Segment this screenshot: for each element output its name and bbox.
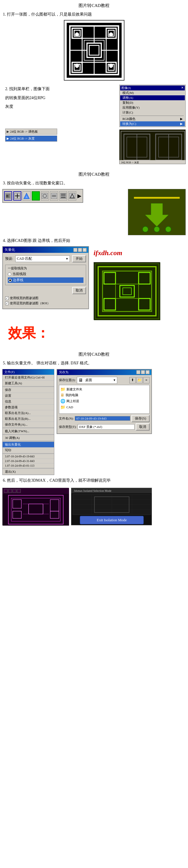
step1-tribal-image <box>64 20 124 81</box>
file-item-1[interactable]: 📁 新建文件夹 <box>60 386 148 393</box>
lm-item-recent1[interactable]: 3.07-10-24-09-43-19-843 <box>3 454 54 459</box>
save-min-btn[interactable]: _ <box>136 370 140 374</box>
page-container: 图片转CAD教程 1. 打开一张图，什么图都可以，只是最后效果问题 <box>0 0 188 868</box>
filename-row: 文件名(N): 07-10-24-09-43-19-843 保存(S) <box>59 415 150 422</box>
lm-item-1[interactable]: 新建工具(A) <box>3 380 54 386</box>
lm-item-set[interactable]: 设置 <box>3 393 54 399</box>
dialog-titlebar: 矢量化 _ □ ✕ <box>3 247 88 253</box>
dialog-controls: _ □ ✕ <box>73 248 87 252</box>
cancel-button[interactable]: 取消 <box>72 287 86 294</box>
filename-label: 文件名(N): <box>59 416 74 421</box>
lm-item-save[interactable]: 保存 <box>3 387 54 393</box>
step1-image-container <box>0 19 188 82</box>
save-in-row: 保存位置(I): 🖥 桌面 ▼ ⬆ 📁 ≡ <box>59 377 150 384</box>
filetype-dropdown[interactable]: DXF 景象 (*.dxf) <box>78 424 134 430</box>
submenu-convert[interactable]: 转换为(C) ▶ <box>120 121 185 126</box>
menu-item-copy[interactable]: 复制(D) <box>120 100 185 105</box>
lm-item-param[interactable]: 参数选项 <box>3 405 54 410</box>
save-max-btn[interactable]: □ <box>141 370 145 374</box>
save-view-btn[interactable]: ≡ <box>143 377 150 383</box>
svg-point-54 <box>154 226 160 232</box>
menu-item-apply[interactable]: 应用图像(Y) <box>120 105 185 110</box>
step2-text2: 的转换里面的24位RPG <box>2 94 117 102</box>
lm-item-0[interactable]: 打开最近使用文件(G) Ctrl+H <box>3 375 54 380</box>
step5-row: 文件(F) 打开最近使用文件(G) Ctrl+H 新建工具(A) 保存 设置 信… <box>0 368 188 476</box>
step2-text-block: 2. 找到菜单栏，图像下面 的转换里面的24位RPG 灰度 ▶ 24位 RGB … <box>2 85 117 141</box>
toolbar-btn-6[interactable] <box>59 191 67 200</box>
cancel-button-save[interactable]: 取消 <box>136 423 150 431</box>
svg-text:24位 RGB -> 灰度: 24位 RGB -> 灰度 <box>121 161 139 164</box>
effect-text: 效果： <box>2 321 56 345</box>
checkbox1[interactable]: ✓ 使用线宽的图渗滤图 <box>5 296 86 300</box>
radio-circle1 <box>8 273 11 276</box>
step3-text: 3. 按自动矢量化，出现数量化窗口。 <box>0 179 188 188</box>
lm-item-export[interactable]: 输出矢量化 <box>3 442 54 447</box>
toolbar-btn-green[interactable] <box>32 191 40 200</box>
step2-menu-panel: 图像(I) ✕ 模式(M) 调整(A) 复制(D) 应用图像(Y) 计算(C) … <box>119 85 186 127</box>
filename-value: 07-10-24-09-43-19-843 <box>76 417 106 420</box>
preset-dropdown[interactable]: CAD 匹配 ▼ <box>15 255 70 262</box>
radio-item-current[interactable]: 当前线段 <box>8 272 84 277</box>
save-button[interactable]: 保存(S) <box>131 415 150 422</box>
lm-item-print[interactable]: 写印 <box>3 447 54 453</box>
file-list: 📁 新建文件夹 🖥 我的电脑 🌐 网上邻居 📁 <box>59 385 150 414</box>
save-dialog-title: 另存为 <box>59 370 68 374</box>
folder-icon-4: 📁 <box>60 405 65 410</box>
menu-item-calc[interactable]: 计算(C) <box>120 110 185 115</box>
save-close-btn[interactable]: ✕ <box>146 370 150 374</box>
menu-titlebar: 图像(I) ✕ <box>120 86 185 90</box>
file-item-2[interactable]: 🖥 我的电脑 <box>60 393 148 398</box>
lm-item-link-b[interactable]: 联系出名方法(B)... <box>3 416 54 422</box>
step6-left-img <box>2 488 69 525</box>
svg-rect-72 <box>4 489 7 493</box>
save-newfolder-btn[interactable]: 📁 <box>136 377 143 383</box>
lm-item-savefolder[interactable]: 保存文件夹(A)... <box>3 422 54 428</box>
toolbar-btn-7[interactable] <box>68 191 76 200</box>
toolbar-btn-2[interactable] <box>13 191 21 200</box>
save-dropdown-arrow: ▼ <box>113 378 116 382</box>
convert-item1: ▶ 24位 RGB -> 调色板 <box>5 129 57 135</box>
file-item-4[interactable]: 📁 CAD <box>60 404 148 410</box>
check-box2: ✓ <box>5 302 9 305</box>
radio-item-border[interactable]: 边界线 <box>8 277 84 283</box>
file-item-3[interactable]: 🌐 网上邻居 <box>60 398 148 404</box>
lm-item-exit[interactable]: 退出(X) <box>3 469 54 475</box>
menu-item-adjust[interactable]: 调整(A) <box>120 95 185 100</box>
toolbar-btn-3[interactable]: A <box>23 191 31 200</box>
lm-item-load[interactable]: 载入对象(TWN)... <box>3 429 54 434</box>
lm-item-3d[interactable]: 30 调整(A) <box>3 435 54 441</box>
svg-text:Exit Isolation Mode: Exit Isolation Mode <box>97 518 127 522</box>
minimize-btn[interactable]: _ <box>73 248 77 252</box>
save-up-btn[interactable]: ⬆ <box>129 377 136 383</box>
step2-pattern-img: 24位 RGB -> 灰度 <box>119 129 186 164</box>
toolbar-btn-5[interactable] <box>50 191 58 200</box>
step5-text: 5. 输出矢量文件。 弹出对话框，选择. DXF 格式。 <box>0 359 188 368</box>
submenu-rgb[interactable]: RGB颜色 ▶ <box>120 117 185 121</box>
maximize-btn[interactable]: □ <box>78 248 82 252</box>
toolbar-expand-btn[interactable]: ▶ <box>77 193 82 199</box>
convert-item2[interactable]: ▶ 24位 RGB -> 灰度 <box>5 135 57 142</box>
lm-item-recent2[interactable]: 2.07-10-24-09-43-31-843 <box>3 459 54 463</box>
lm-item-link-a[interactable]: 联系出名方法(A)... <box>3 410 54 416</box>
toolbar-btn-1[interactable]: 图 <box>4 191 12 200</box>
close-btn[interactable]: ✕ <box>83 248 87 252</box>
toolbar-btn-4[interactable] <box>41 191 49 200</box>
folder-icon-1: 📁 <box>60 387 65 392</box>
checkbox2[interactable]: ✓ 使用适宽的图渗滤图（BOI） <box>5 301 86 305</box>
lm-item-recent3[interactable]: 1.07-10-24-09-43-01-113 <box>3 463 54 468</box>
save-toolbar: ⬆ 📁 ≡ <box>129 377 150 383</box>
play-icon2: ▶ <box>7 137 9 141</box>
menu-item-mode[interactable]: 模式(M) <box>120 90 185 95</box>
filename-input[interactable]: 07-10-24-09-43-19-843 <box>75 416 130 421</box>
step1-text: 1. 打开一张图，什么图都可以，只是最后效果问题 <box>0 10 188 19</box>
convert-items: ▶ 24位 RGB -> 调色板 ▶ 24位 RGB -> 灰度 <box>2 129 117 142</box>
lm-item-info[interactable]: 信息 <box>3 399 54 405</box>
step4-text: 4. 选择CAD图形 跟 边界线，然后开始 <box>0 236 188 245</box>
svg-rect-73 <box>8 489 12 493</box>
check-box1: ✓ <box>5 297 9 300</box>
save-in-dropdown[interactable]: 🖥 桌面 ▼ <box>77 377 117 384</box>
start-button[interactable]: 开始 <box>72 255 86 262</box>
radio-circle2 <box>8 279 12 282</box>
svg-point-53 <box>143 226 149 232</box>
step2-row: 2. 找到菜单栏，图像下面 的转换里面的24位RPG 灰度 ▶ 24位 RGB … <box>0 84 188 165</box>
